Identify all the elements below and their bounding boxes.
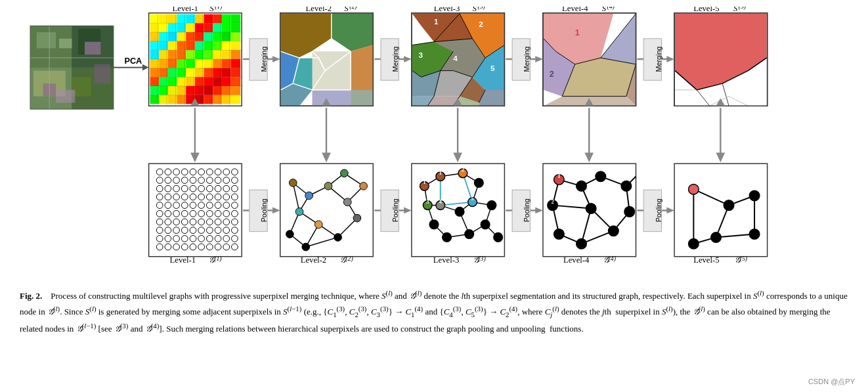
svg-marker-143	[190, 153, 200, 163]
svg-text:2: 2	[462, 166, 464, 173]
svg-point-206	[156, 219, 163, 225]
svg-point-229	[181, 236, 188, 242]
down-arrow-level2	[322, 98, 331, 163]
svg-point-345	[455, 207, 464, 217]
svg-point-344	[475, 179, 484, 188]
svg-point-188	[173, 202, 180, 209]
svg-text:Level-5: Level-5	[693, 255, 719, 265]
svg-rect-10	[85, 42, 100, 55]
svg-text:(2): (2)	[349, 7, 357, 11]
svg-text:Merging: Merging	[655, 47, 662, 72]
svg-point-232	[206, 236, 213, 242]
svg-marker-316	[453, 153, 462, 163]
level3-superpixel: 1 2 3 4 5 Level-3 S (3)	[412, 7, 505, 106]
pooling-arrow-3: Pooling	[506, 190, 543, 231]
svg-text:Level-2: Level-2	[306, 7, 332, 13]
svg-text:S: S	[344, 7, 349, 13]
svg-text:Pooling: Pooling	[260, 199, 268, 223]
svg-point-203	[215, 210, 221, 217]
svg-point-162	[206, 177, 213, 184]
svg-point-159	[181, 177, 188, 184]
svg-point-236	[156, 244, 163, 250]
svg-point-244	[223, 244, 230, 250]
svg-text:(1): (1)	[214, 255, 221, 263]
svg-point-224	[223, 227, 230, 234]
svg-point-212	[206, 219, 213, 225]
svg-point-201	[198, 210, 205, 217]
svg-point-202	[206, 210, 213, 217]
svg-rect-110	[231, 86, 241, 95]
svg-point-402	[554, 229, 565, 240]
svg-point-346	[487, 201, 496, 210]
svg-point-438	[749, 229, 760, 240]
svg-point-398	[586, 204, 596, 214]
svg-text:Level-3: Level-3	[434, 7, 460, 13]
svg-point-223	[215, 227, 221, 234]
svg-text:(3): (3)	[477, 7, 485, 11]
svg-point-181	[198, 194, 205, 200]
svg-marker-254	[272, 207, 280, 214]
svg-point-156	[156, 177, 163, 184]
svg-point-155	[232, 169, 238, 175]
pooling-arrow-1: Pooling	[243, 190, 280, 231]
svg-rect-120	[231, 95, 241, 104]
svg-point-286	[315, 221, 322, 229]
svg-text:S: S	[602, 7, 607, 13]
main-container: PCA Grid simulation below via rects	[0, 0, 868, 392]
svg-text:Level-2: Level-2	[301, 255, 326, 265]
svg-point-175	[232, 185, 238, 192]
svg-text:5: 5	[471, 195, 474, 202]
svg-point-158	[173, 177, 180, 184]
level5-graph: Level-5 𝒢 (5)	[674, 163, 768, 265]
svg-text:3: 3	[426, 198, 429, 205]
svg-text:(5): (5)	[739, 7, 746, 11]
svg-text:1: 1	[557, 173, 560, 179]
pooling-arrow-4: Pooling	[637, 190, 674, 231]
svg-point-197	[165, 210, 171, 217]
level5-superpixel: Level-5 S (5)	[674, 7, 768, 106]
svg-point-349	[465, 230, 474, 239]
svg-text:Level-4: Level-4	[562, 7, 588, 13]
svg-point-218	[173, 227, 180, 234]
svg-point-199	[181, 210, 188, 217]
fig-label: Fig. 2.	[20, 291, 42, 301]
svg-text:Merging: Merging	[391, 47, 399, 72]
svg-rect-265	[280, 163, 374, 257]
svg-point-230	[190, 236, 196, 242]
svg-text:2: 2	[550, 70, 554, 79]
svg-point-292	[302, 243, 310, 251]
svg-rect-6	[59, 39, 72, 49]
svg-point-204	[223, 210, 230, 217]
svg-point-149	[181, 169, 188, 175]
svg-text:(4): (4)	[609, 255, 616, 263]
svg-marker-302	[404, 207, 412, 214]
svg-point-400	[624, 207, 635, 217]
svg-point-160	[190, 177, 196, 184]
svg-point-436	[689, 238, 699, 249]
svg-marker-410	[666, 56, 674, 62]
svg-point-168	[173, 185, 180, 192]
svg-point-170	[190, 185, 196, 192]
svg-text:Level-1: Level-1	[170, 255, 196, 265]
svg-text:Pooling: Pooling	[655, 199, 662, 223]
svg-text:3: 3	[419, 51, 423, 59]
svg-marker-414	[666, 207, 674, 214]
svg-point-238	[173, 244, 180, 250]
svg-point-234	[223, 236, 230, 242]
svg-rect-90	[231, 68, 241, 77]
svg-point-231	[198, 236, 205, 242]
svg-point-164	[223, 177, 230, 184]
svg-point-228	[173, 236, 180, 242]
down-arrow-level3	[453, 98, 462, 163]
svg-point-242	[206, 244, 213, 250]
pca-arrow: PCA	[114, 56, 149, 71]
svg-marker-366	[535, 207, 543, 214]
diagram-area: PCA Grid simulation below via rects	[0, 0, 868, 282]
svg-point-217	[165, 227, 171, 234]
svg-point-289	[360, 182, 368, 190]
svg-point-165	[232, 177, 238, 184]
svg-point-245	[232, 244, 238, 250]
svg-point-207	[165, 219, 171, 225]
svg-marker-423	[716, 153, 726, 163]
svg-point-190	[190, 202, 196, 209]
